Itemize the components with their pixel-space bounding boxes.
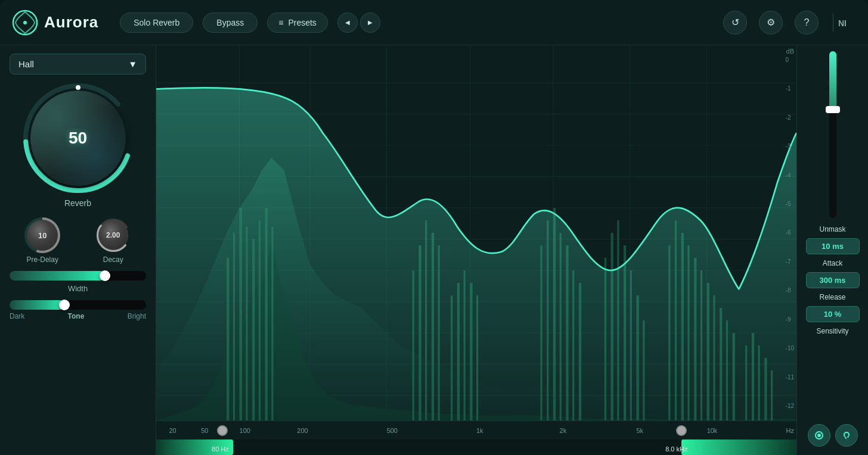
app-container: Aurora Solo Reverb Bypass ≡ Presets ◀ ▶ … [0,0,868,455]
ear-icon [842,431,851,440]
center-panel: 0 -1 -2 -3 -4 -5 -6 -7 -8 -9 -10 -11 -12… [156,45,796,455]
pre-delay-knob[interactable]: 10 [24,217,60,253]
reverb-knob-inner: 50 [30,91,126,186]
freq-label-500: 500 [387,427,398,434]
width-thumb[interactable] [100,270,110,281]
ni-logo-area: NI [833,14,856,32]
freq-label-50: 50 [201,427,208,434]
sensitivity-label: Sensitivity [816,327,848,335]
main-content: Hall ▼ 50 [0,45,868,455]
aurora-logo-icon [12,10,38,36]
presets-icon: ≡ [278,18,283,27]
reverb-label: Reverb [64,198,91,208]
settings-button[interactable]: ⚙ [759,11,783,35]
svg-point-75 [817,434,821,437]
pre-delay-group: 10 Pre-Delay [24,217,60,264]
freq-label-5k: 5k [637,427,644,434]
room-type-select[interactable]: Hall ▼ [10,54,146,74]
sensitivity-badge[interactable]: 10 % [806,306,860,322]
release-badge[interactable]: 300 ms [806,272,860,288]
pre-delay-label: Pre-Delay [27,255,58,264]
svg-point-5 [76,85,80,90]
attack-badge[interactable]: 10 ms [806,238,860,254]
tone-section: Dark Tone Bright [10,300,146,320]
header-divider [833,14,833,32]
left-panel: Hall ▼ 50 [0,45,156,455]
freq-label-1k: 1k [476,427,483,434]
freq-label-2k: 2k [560,427,567,434]
decay-inner: 2.00 [98,220,128,250]
high-filter-handle[interactable] [676,425,687,436]
record-button[interactable] [808,424,830,447]
undo-button[interactable]: ↺ [723,11,747,35]
low-filter-handle[interactable] [217,425,228,436]
bottom-icons [808,424,858,449]
tone-thumb[interactable] [59,300,70,310]
reverb-knob[interactable]: 50 [21,82,135,195]
spectrum-area[interactable]: 0 -1 -2 -3 -4 -5 -6 -7 -8 -9 -10 -11 -12… [156,45,796,420]
small-knobs-row: 10 Pre-Delay 2.00 [10,217,146,264]
width-label: Width [10,284,146,293]
tone-fill [10,300,64,310]
db-unit-label: dB [786,48,794,55]
nav-arrows: ◀ ▶ [337,13,380,33]
solo-reverb-button[interactable]: Solo Reverb [120,13,193,33]
freq-label-hz: Hz [786,427,794,434]
volume-fader[interactable] [824,51,841,218]
bypass-button[interactable]: Bypass [203,13,258,33]
pre-delay-inner: 10 [27,220,58,251]
svg-point-1 [23,21,27,24]
help-button[interactable]: ? [795,11,819,35]
width-fill [10,271,105,281]
filter-low-label: 80 Hz [212,445,229,453]
freq-axis: 20 50 100 200 500 1k 2k 5k 10k Hz [156,420,796,440]
room-type-value: Hall [18,59,34,69]
fader-track [829,51,836,218]
tone-bright-label: Bright [128,312,146,320]
filter-bars: 80 Hz 8.0 kHz [156,440,796,455]
reverb-knob-container: 50 Reverb [10,82,146,208]
tone-dark-label: Dark [10,312,24,320]
record-icon [814,431,824,440]
filter-bar-high [681,440,796,455]
freq-label-20: 20 [169,427,176,434]
header: Aurora Solo Reverb Bypass ≡ Presets ◀ ▶ … [0,0,868,45]
decay-label: Decay [103,255,123,264]
reverb-knob-fabric: 50 [30,91,126,186]
unmask-label: Unmask [819,225,845,233]
logo-area: Aurora [12,10,98,36]
pre-delay-value: 10 [38,231,46,240]
ear-button[interactable] [835,424,858,447]
width-section: Width [10,271,146,293]
ni-logo-icon: NI [838,17,856,29]
dropdown-arrow-icon: ▼ [128,59,137,69]
reverb-value: 50 [69,129,87,148]
freq-label-10k: 10k [707,427,718,434]
attack-label: Attack [823,259,842,267]
fader-fill [829,51,836,110]
spectrum-svg [156,45,796,420]
presets-button[interactable]: ≡ Presets [267,13,328,33]
presets-label: Presets [288,18,316,27]
width-slider[interactable] [10,271,146,281]
decay-group: 2.00 Decay [95,217,131,264]
fader-thumb[interactable] [826,106,840,113]
freq-label-200: 200 [297,427,308,434]
right-panel: Unmask 10 ms Attack 300 ms Release 10 % … [796,45,868,455]
svg-text:NI: NI [838,18,847,28]
decay-knob-outer[interactable]: 2.00 [95,217,131,253]
decay-value: 2.00 [106,231,120,239]
app-name: Aurora [44,13,98,32]
filter-high-label: 8.0 kHz [665,445,687,453]
tone-row: Dark Tone Bright [10,312,146,320]
prev-button[interactable]: ◀ [337,13,358,33]
freq-label-100: 100 [240,427,250,434]
release-label: Release [819,293,845,301]
tone-label: Tone [68,312,85,320]
tone-slider[interactable] [10,300,146,310]
next-button[interactable]: ▶ [360,13,380,33]
